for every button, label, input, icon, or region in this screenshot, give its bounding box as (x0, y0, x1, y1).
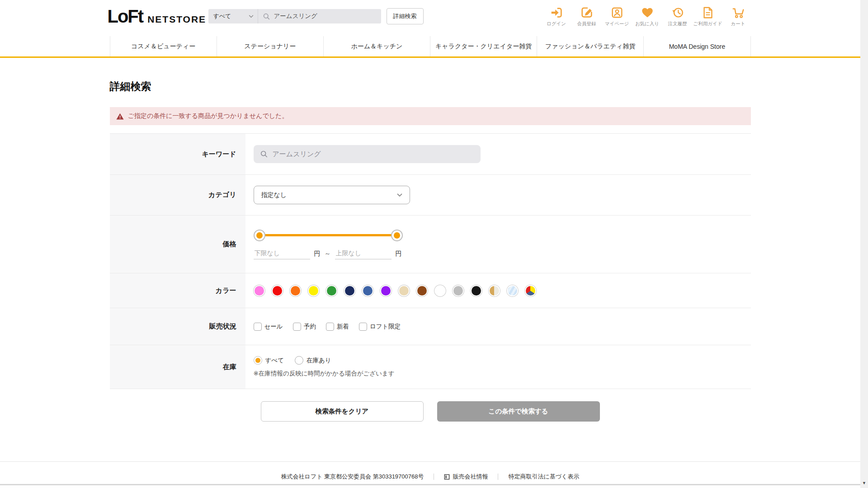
no-results-alert: ご指定の条件に一致する商品が見つかりませんでした。 (110, 107, 751, 125)
price-slider-max-handle[interactable] (391, 230, 403, 241)
price-max-input[interactable] (335, 249, 392, 259)
sales-status-label: 販売状況 (110, 308, 245, 345)
form-row-price: 価格 円 ～ 円 (110, 216, 751, 273)
category-nav: コスメ＆ビューティー ステーショナリー ホーム＆キッチン キャラクター・クリエイ… (0, 36, 860, 58)
checkbox-box (254, 323, 262, 331)
company-registration-text: 株式会社ロフト 東京都公安委員会 第303319700768号 (281, 473, 424, 481)
favorites-icon (641, 6, 654, 19)
login-icon (550, 6, 563, 19)
search-category-select[interactable]: すべて (208, 9, 258, 23)
color-swatch-yellow[interactable] (308, 285, 319, 296)
quicklink-label: 会員登録 (577, 21, 596, 27)
scroll-down-arrow-icon[interactable]: ▼ (860, 481, 868, 485)
color-swatches (254, 285, 536, 296)
footer-link-commercial-law[interactable]: 特定商取引法に基づく表示 (508, 473, 579, 481)
color-swatch-navy[interactable] (344, 285, 355, 296)
chevron-down-icon (397, 193, 402, 197)
color-swatch-orange[interactable] (290, 285, 301, 296)
stock-label: 在庫 (110, 345, 245, 389)
color-swatch-purple[interactable] (380, 285, 392, 296)
radio-stock-all[interactable]: すべて (254, 356, 284, 365)
price-slider-track (259, 234, 397, 236)
search-with-conditions-button[interactable]: この条件で検索する (437, 401, 600, 422)
radio-in-stock[interactable]: 在庫あり (295, 356, 331, 365)
nav-item-character-goods[interactable]: キャラクター・クリエイター雑貨 (430, 36, 537, 56)
quicklink-favorites[interactable]: お気に入り (635, 6, 660, 27)
checkbox-box (326, 323, 334, 331)
price-min-input[interactable] (254, 249, 310, 259)
category-label: カテゴリ (110, 175, 245, 215)
checkbox-label: 予約 (304, 323, 316, 331)
quicklink-label: カート (731, 21, 745, 27)
category-select[interactable]: 指定なし (254, 186, 410, 204)
keyword-value: アームスリング (273, 150, 321, 159)
vertical-scrollbar[interactable]: ▼ (860, 0, 868, 488)
search-icon (260, 150, 268, 158)
header-search-input[interactable]: アームスリング (258, 9, 381, 23)
form-actions: 検索条件をクリア この条件で検索する (110, 401, 751, 422)
loft-logo[interactable]: LoFt NETSTORE (108, 6, 207, 27)
color-swatch-green[interactable] (326, 285, 337, 296)
quicklink-label: 注文履歴 (668, 21, 687, 27)
color-swatch-red[interactable] (272, 285, 283, 296)
checkbox-box (359, 323, 367, 331)
keyword-input[interactable]: アームスリング (254, 145, 481, 163)
clear-conditions-button[interactable]: 検索条件をクリア (261, 401, 424, 422)
quicklink-label: ご利用ガイド (693, 21, 722, 27)
checkbox-loft-exclusive[interactable]: ロフト限定 (359, 323, 401, 331)
color-swatch-beige[interactable] (398, 285, 410, 296)
color-swatch-brown[interactable] (416, 285, 428, 296)
radio-label: すべて (265, 357, 284, 365)
color-swatch-gray[interactable] (453, 285, 464, 296)
footer-separator (498, 474, 498, 480)
color-swatch-black[interactable] (471, 285, 482, 296)
nav-item-stationery[interactable]: ステーショナリー (217, 36, 323, 56)
guide-icon (701, 6, 715, 19)
mypage-icon (610, 6, 624, 19)
logo-netstore-text: NETSTORE (147, 14, 206, 25)
checkbox-box (293, 323, 301, 331)
form-row-stock: 在庫 すべて 在庫あり ※在庫情 (110, 345, 751, 389)
quicklink-mypage[interactable]: マイページ (604, 6, 630, 27)
checkbox-new[interactable]: 新着 (326, 323, 349, 331)
order-history-icon (671, 6, 684, 19)
color-swatch-clear[interactable] (507, 285, 518, 296)
nav-item-moma[interactable]: MoMA Design Store (643, 36, 750, 56)
warning-icon (116, 113, 124, 120)
color-swatch-gold-silver[interactable] (489, 285, 500, 296)
search-category-value: すべて (213, 12, 231, 20)
advanced-search-button[interactable]: 詳細検索 (387, 8, 424, 24)
quicklink-register[interactable]: 会員登録 (574, 6, 599, 27)
cart-icon (731, 6, 745, 19)
price-label: 価格 (110, 216, 245, 273)
nav-item-cosmetics[interactable]: コスメ＆ビューティー (110, 36, 217, 56)
quicklink-guide[interactable]: ご利用ガイド (695, 6, 721, 27)
footer-link-seller-info[interactable]: 販売会社情報 (444, 473, 488, 481)
color-swatch-multicolor[interactable] (525, 285, 536, 296)
footer-link-label: 特定商取引法に基づく表示 (508, 473, 579, 481)
nav-item-fashion-variety[interactable]: ファッション＆バラエティ雑貨 (537, 36, 643, 56)
price-range-slider[interactable] (254, 230, 403, 241)
quicklink-label: マイページ (605, 21, 629, 27)
window-bottom-edge (0, 484, 860, 485)
color-swatch-white[interactable] (434, 285, 446, 296)
color-swatch-blue[interactable] (362, 285, 373, 296)
header-search-bar: すべて アームスリング (208, 9, 381, 23)
logo-loft-text: LoFt (108, 6, 143, 27)
quicklink-order-history[interactable]: 注文履歴 (665, 6, 690, 27)
keyword-label: キーワード (110, 134, 245, 174)
page: LoFt NETSTORE すべて アームスリング 詳細検索 ログイン (0, 0, 868, 488)
quicklink-login[interactable]: ログイン (544, 6, 569, 27)
form-row-sales-status: 販売状況 セール 予約 新着 (110, 308, 751, 345)
quicklink-label: お気に入り (635, 21, 659, 27)
checkbox-sale[interactable]: セール (254, 323, 283, 331)
color-swatch-pink[interactable] (254, 285, 265, 296)
nav-item-home-kitchen[interactable]: ホーム＆キッチン (323, 36, 430, 56)
header-quick-links: ログイン 会員登録 マイページ お気に入り 注文履歴 (544, 6, 751, 27)
checkbox-preorder[interactable]: 予約 (293, 323, 316, 331)
price-slider-min-handle[interactable] (254, 230, 265, 241)
color-label: カラー (110, 273, 245, 308)
quicklink-cart[interactable]: カート (726, 6, 751, 27)
checkbox-label: 新着 (337, 323, 349, 331)
header-search-value: アームスリング (274, 12, 317, 20)
